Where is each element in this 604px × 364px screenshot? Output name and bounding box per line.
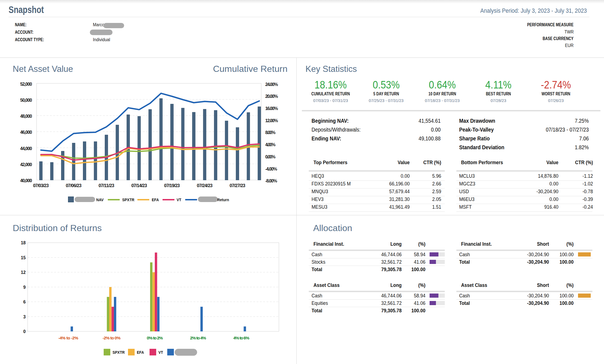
- svg-text:-2% to 0%: -2% to 0%: [103, 336, 121, 340]
- svg-text:8.00%: 8.00%: [265, 130, 276, 135]
- svg-text:0.00%: 0.00%: [265, 154, 276, 159]
- svg-text:-4.00%: -4.00%: [265, 166, 277, 171]
- svg-text:07/06/23: 07/06/23: [66, 183, 82, 188]
- svg-text:15: 15: [21, 255, 26, 260]
- svg-text:6: 6: [23, 300, 26, 304]
- svg-text:07/11/23: 07/11/23: [98, 183, 114, 188]
- svg-text:24.00%: 24.00%: [265, 82, 278, 87]
- svg-text:07/24/23: 07/24/23: [197, 183, 213, 188]
- svg-text:07/03/23: 07/03/23: [33, 183, 49, 188]
- svg-text:3: 3: [23, 315, 26, 319]
- svg-text:12: 12: [21, 270, 26, 275]
- svg-text:4.00%: 4.00%: [265, 142, 276, 147]
- svg-text:18: 18: [21, 240, 26, 245]
- svg-text:0: 0: [23, 329, 26, 334]
- svg-text:16.00%: 16.00%: [265, 106, 278, 111]
- svg-text:07/27/23: 07/27/23: [230, 183, 245, 188]
- svg-text:52,000: 52,000: [20, 82, 32, 87]
- svg-text:44,000: 44,000: [20, 146, 32, 151]
- svg-text:0% to 2%: 0% to 2%: [147, 336, 163, 340]
- svg-text:07/14/23: 07/14/23: [131, 183, 147, 188]
- svg-text:48,000: 48,000: [20, 114, 32, 119]
- svg-text:-8.00%: -8.00%: [265, 178, 277, 183]
- svg-text:40,000: 40,000: [20, 178, 32, 183]
- svg-text:50,000: 50,000: [20, 98, 32, 103]
- svg-text:-4% to -2%: -4% to -2%: [58, 336, 78, 340]
- svg-text:4% to 6%: 4% to 6%: [233, 336, 249, 340]
- svg-text:46,000: 46,000: [20, 130, 32, 135]
- svg-text:2% to 4%: 2% to 4%: [190, 336, 206, 340]
- svg-text:12.00%: 12.00%: [265, 118, 278, 123]
- svg-text:9: 9: [23, 285, 26, 290]
- svg-text:42,000: 42,000: [20, 162, 32, 167]
- svg-text:20.00%: 20.00%: [265, 94, 278, 99]
- svg-text:07/19/23: 07/19/23: [164, 183, 180, 188]
